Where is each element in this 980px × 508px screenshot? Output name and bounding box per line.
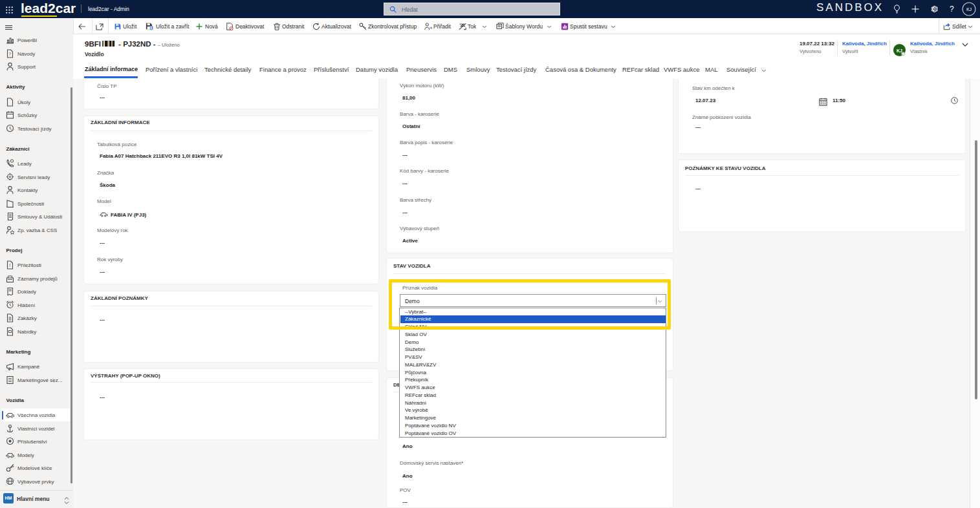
svg-text:KJ: KJ [966,7,972,12]
svg-text:!: ! [9,263,10,268]
svg-text:KJ: KJ [897,48,902,53]
svg-text:?: ? [8,51,11,56]
